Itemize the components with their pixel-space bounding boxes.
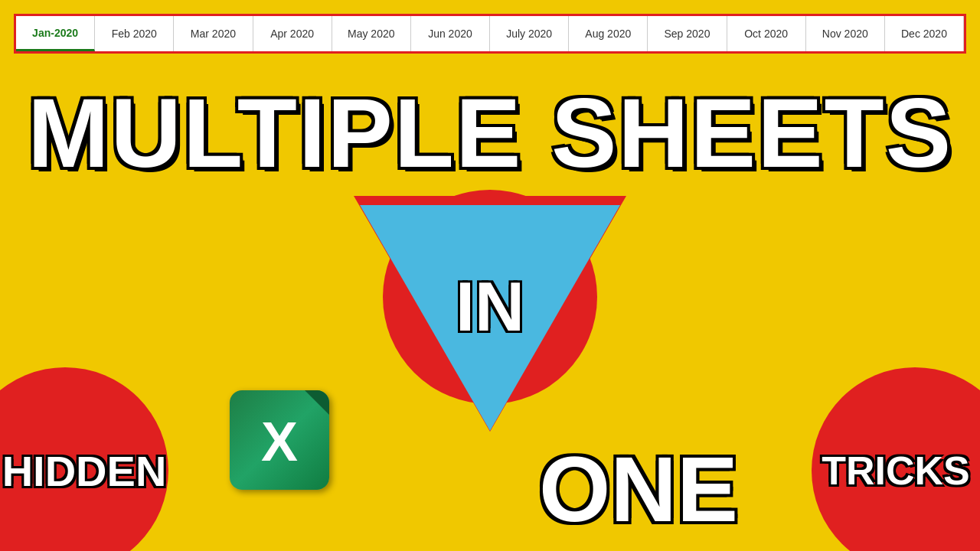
tab-oct[interactable]: Oct 2020 bbox=[727, 16, 806, 51]
excel-letter: X bbox=[261, 410, 298, 473]
spreadsheet-tabs[interactable]: Jan-2020 Feb 2020 Mar 2020 Apr 2020 May … bbox=[14, 14, 966, 54]
tab-mar[interactable]: Mar 2020 bbox=[174, 16, 253, 51]
tab-sep[interactable]: Sep 2020 bbox=[648, 16, 727, 51]
in-word: IN bbox=[456, 268, 524, 347]
tab-jan[interactable]: Jan-2020 bbox=[16, 16, 95, 51]
tab-jun[interactable]: Jun 2020 bbox=[411, 16, 490, 51]
tab-aug[interactable]: Aug 2020 bbox=[569, 16, 648, 51]
one-word: ONE bbox=[539, 436, 738, 542]
excel-fold bbox=[305, 390, 329, 415]
tab-feb[interactable]: Feb 2020 bbox=[95, 16, 174, 51]
tab-dec[interactable]: Dec 2020 bbox=[885, 16, 964, 51]
tab-may[interactable]: May 2020 bbox=[332, 16, 411, 51]
tab-jul[interactable]: July 2020 bbox=[490, 16, 569, 51]
hidden-label: HIDDEN bbox=[2, 446, 167, 496]
tab-apr[interactable]: Apr 2020 bbox=[253, 16, 332, 51]
excel-icon: X bbox=[230, 390, 329, 490]
tab-nov[interactable]: Nov 2020 bbox=[806, 16, 885, 51]
tricks-label: TRICKS bbox=[822, 448, 970, 494]
title-line1: MULTIPLE SHEETS bbox=[0, 84, 980, 182]
tricks-badge: TRICKS bbox=[812, 367, 980, 551]
hidden-badge: HIDDEN bbox=[0, 367, 168, 551]
